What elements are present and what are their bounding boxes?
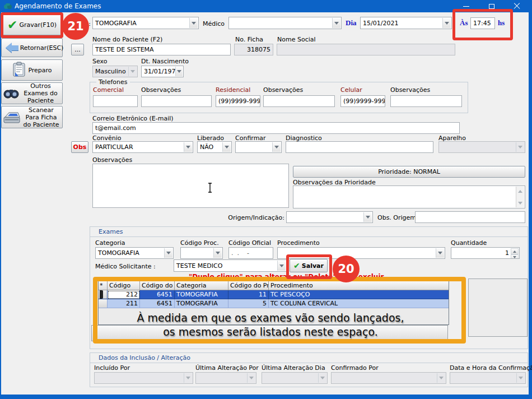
observacoes-textarea[interactable] xyxy=(92,164,289,208)
chevron-down-icon[interactable] xyxy=(184,142,192,152)
maximize-icon xyxy=(489,4,494,9)
spinner[interactable] xyxy=(511,248,519,258)
red-highlight-hora xyxy=(452,9,513,40)
ficha-field: 318075 xyxy=(234,44,273,55)
chevron-down-icon[interactable] xyxy=(175,67,183,76)
dia-label: Dia xyxy=(346,18,357,27)
chevron-down-icon[interactable] xyxy=(164,248,172,258)
ultima-alteracao-dia-select xyxy=(262,372,328,384)
obs-origem-label: Obs. Origem: xyxy=(377,214,418,221)
chevron-down-icon[interactable] xyxy=(363,212,372,222)
obs-origem-input[interactable] xyxy=(415,211,525,223)
chevron-down-icon xyxy=(247,373,255,383)
aparelho-select xyxy=(438,141,525,153)
codigo-oficial-input[interactable]: . . - xyxy=(228,247,273,259)
window-border-bottom xyxy=(0,395,532,399)
retornar-label: Retornar(ESC) xyxy=(20,44,64,52)
confirmar-select[interactable] xyxy=(235,141,282,153)
quantidade-label: Quantidade xyxy=(451,239,487,247)
comercial-label: Comercial xyxy=(93,86,124,94)
medico-solicitante-value: TESTE MEDICO xyxy=(176,262,222,270)
chevron-down-icon[interactable] xyxy=(189,18,198,28)
tutorial-note-line2: os mesmos serão listados neste espaço. xyxy=(94,326,447,338)
app-window: Agendamento de Exames ✔ Gravar(F10) Reto… xyxy=(0,0,532,399)
chevron-down-icon xyxy=(128,67,137,76)
grid-side-panel xyxy=(468,279,528,337)
medico-solicitante-label: Médico Solicitante : xyxy=(95,263,156,270)
incluido-por-label: Incluído Por xyxy=(94,364,130,372)
scroll-down-icon[interactable] xyxy=(516,199,524,207)
celular-label: Celular xyxy=(340,86,362,94)
email-label: Correio Eletrônico (E-mail) xyxy=(92,115,174,122)
data-confirmacao-label: Data e Hora da Confirmação xyxy=(450,364,532,372)
nascimento-label: Dt. Nascimento xyxy=(141,58,189,65)
chevron-down-icon[interactable] xyxy=(436,248,444,258)
liberado-select[interactable]: NÃO xyxy=(197,141,232,153)
observacoes3-input[interactable] xyxy=(390,95,462,107)
residencial-input[interactable]: (99)9999-9999 xyxy=(216,95,260,107)
categoria-value: TOMOGRAFIA xyxy=(98,249,139,257)
dia-value: 15/01/2021 xyxy=(363,20,398,27)
comercial-input[interactable] xyxy=(93,95,138,107)
chevron-down-icon[interactable] xyxy=(332,18,340,28)
chevron-down-icon[interactable] xyxy=(442,18,451,28)
ficha-value: 318075 xyxy=(247,46,270,53)
clipboard-icon xyxy=(12,62,26,79)
medico-solicitante-select[interactable]: TESTE MEDICO xyxy=(174,259,287,272)
prioridade-bar[interactable]: Prioridade: NORMAL xyxy=(293,166,525,178)
spin-down-icon[interactable] xyxy=(511,254,519,259)
telefones-group-label: Telefones xyxy=(96,78,130,86)
chevron-down-icon[interactable] xyxy=(277,261,286,271)
data-confirmacao-select xyxy=(450,372,526,384)
sala-select[interactable]: TOMOGRAFIA xyxy=(92,17,199,29)
preparo-button[interactable]: Preparo xyxy=(1,59,63,81)
scroll-up-icon[interactable] xyxy=(516,187,524,195)
app-icon xyxy=(3,2,12,12)
chevron-down-icon xyxy=(184,373,192,383)
spin-up-icon[interactable] xyxy=(511,248,519,254)
binoculars-icon xyxy=(3,86,19,101)
step-badge-20: 20 xyxy=(333,256,360,282)
liberado-value: NÃO xyxy=(200,143,213,151)
exames-divider xyxy=(90,236,528,237)
nascimento-select[interactable]: 31/01/1972 xyxy=(141,66,184,77)
dados-group-label: Dados da Inclusão / Alteração xyxy=(96,354,193,361)
step-badge-21: 21 xyxy=(62,13,89,40)
diagnostico-input[interactable] xyxy=(286,141,433,153)
nome-paciente-value: TESTE DE SISTEMA xyxy=(95,46,154,53)
quantidade-stepper[interactable]: 1 xyxy=(451,247,520,259)
scrollbar[interactable] xyxy=(516,187,524,207)
chevron-down-icon[interactable] xyxy=(272,142,281,152)
medico-label: Médico xyxy=(203,20,225,27)
chevron-down-icon[interactable] xyxy=(222,142,231,152)
convenio-select[interactable]: PARTICULAR xyxy=(92,141,193,153)
browse-patient-button[interactable]: ... xyxy=(71,44,84,55)
codigo-proc-select[interactable] xyxy=(180,247,223,259)
observacoes2-input[interactable] xyxy=(263,95,335,107)
exames-group-label: Exames xyxy=(96,228,125,235)
confirmado-por-label: Confirmado Por xyxy=(331,364,379,372)
red-highlight-gravar xyxy=(1,12,63,38)
origem-select[interactable] xyxy=(286,211,373,223)
codigo-proc-label: Código Proc. xyxy=(180,239,219,247)
retornar-button[interactable]: Retornar(ESC) xyxy=(1,38,63,57)
obs-button[interactable]: Obs xyxy=(71,141,88,153)
categoria-select[interactable]: TOMOGRAFIA xyxy=(95,247,174,259)
celular-input[interactable]: (99)9999-9999 xyxy=(340,95,385,107)
chevron-down-icon[interactable] xyxy=(213,248,222,258)
categoria-label: Categoria xyxy=(95,239,125,247)
outros-exames-button[interactable]: Outros Exames do Paciente xyxy=(1,82,63,104)
prioridade-obs-textarea[interactable] xyxy=(293,185,525,208)
red-highlight-salvar xyxy=(286,254,332,279)
nome-paciente-input[interactable]: TESTE DE SISTEMA xyxy=(92,44,231,55)
dia-select[interactable]: 15/01/2021 xyxy=(360,17,452,29)
chevron-down-icon xyxy=(318,373,326,383)
medico-select[interactable] xyxy=(228,17,342,29)
ultima-alteracao-por-label: Última Alteração Por xyxy=(195,364,259,372)
observacoes1-input[interactable] xyxy=(141,95,212,107)
scanear-button[interactable]: Scanear Para Ficha do Paciente xyxy=(1,106,63,128)
incluido-por-select xyxy=(94,372,193,384)
codigo-oficial-label: Código Oficial xyxy=(228,239,271,247)
nascimento-value: 31/01/1972 xyxy=(144,68,179,75)
email-input[interactable]: t@email.com xyxy=(92,122,460,134)
